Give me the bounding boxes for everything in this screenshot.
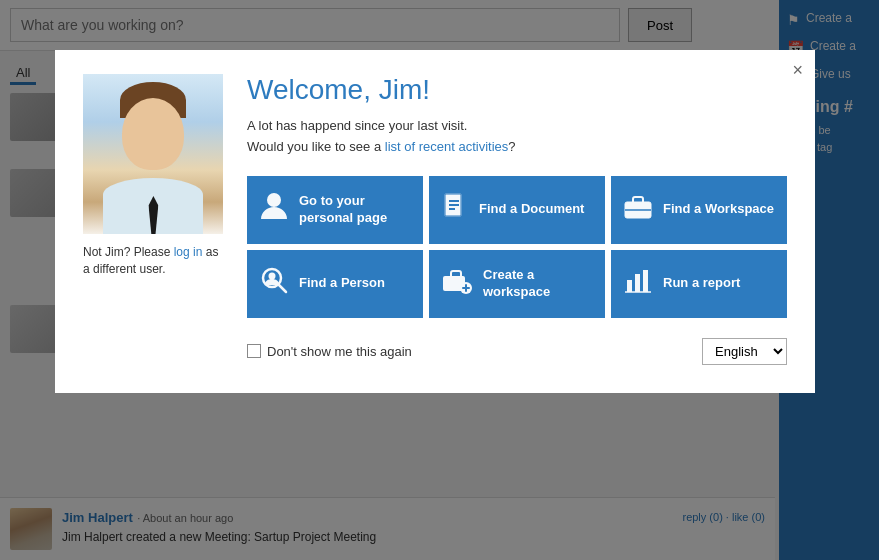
create-workspace-icon [441, 266, 473, 301]
welcome-modal: × Not Jim? Please log in as a different … [55, 50, 815, 393]
create-workspace-button[interactable]: Create a workspace [429, 250, 605, 318]
find-document-button[interactable]: Find a Document [429, 176, 605, 244]
svg-rect-16 [627, 280, 632, 292]
find-person-button[interactable]: Find a Person [247, 250, 423, 318]
find-workspace-button[interactable]: Find a Workspace [611, 176, 787, 244]
svg-point-11 [269, 273, 276, 280]
go-personal-button[interactable]: Go to your personal page [247, 176, 423, 244]
go-personal-label: Go to your personal page [299, 193, 411, 227]
welcome-description: A lot has happend since your last visit.… [247, 116, 787, 158]
svg-line-10 [279, 285, 286, 292]
briefcase-icon [623, 192, 653, 227]
document-icon [441, 192, 469, 227]
close-button[interactable]: × [792, 60, 803, 81]
dont-show-label[interactable]: Don't show me this again [247, 344, 412, 359]
user-photo [83, 74, 223, 234]
recent-activities-link[interactable]: list of recent activities [385, 139, 509, 154]
dont-show-text: Don't show me this again [267, 344, 412, 359]
find-workspace-label: Find a Workspace [663, 201, 774, 218]
person-face [122, 98, 184, 170]
not-user-text: Not Jim? Please log in as a different us… [83, 244, 223, 278]
modal-right: Welcome, Jim! A lot has happend since yo… [247, 74, 787, 365]
report-icon [623, 266, 653, 301]
language-select[interactable]: English French German Spanish [702, 338, 787, 365]
action-grid: Go to your personal page Find a Document [247, 176, 787, 318]
run-report-button[interactable]: Run a report [611, 250, 787, 318]
svg-rect-18 [643, 270, 648, 292]
modal-body: Not Jim? Please log in as a different us… [83, 74, 787, 365]
svg-point-0 [267, 193, 281, 207]
modal-footer: Don't show me this again English French … [247, 338, 787, 365]
find-person-label: Find a Person [299, 275, 385, 292]
modal-left: Not Jim? Please log in as a different us… [83, 74, 223, 365]
run-report-label: Run a report [663, 275, 740, 292]
person-icon [259, 191, 289, 228]
dont-show-checkbox[interactable] [247, 344, 261, 358]
create-workspace-label: Create a workspace [483, 267, 593, 301]
user-photo-inner [83, 74, 223, 234]
welcome-title: Welcome, Jim! [247, 74, 787, 106]
search-person-icon [259, 265, 289, 302]
svg-rect-17 [635, 274, 640, 292]
login-link[interactable]: log in [174, 245, 203, 259]
find-document-label: Find a Document [479, 201, 584, 218]
